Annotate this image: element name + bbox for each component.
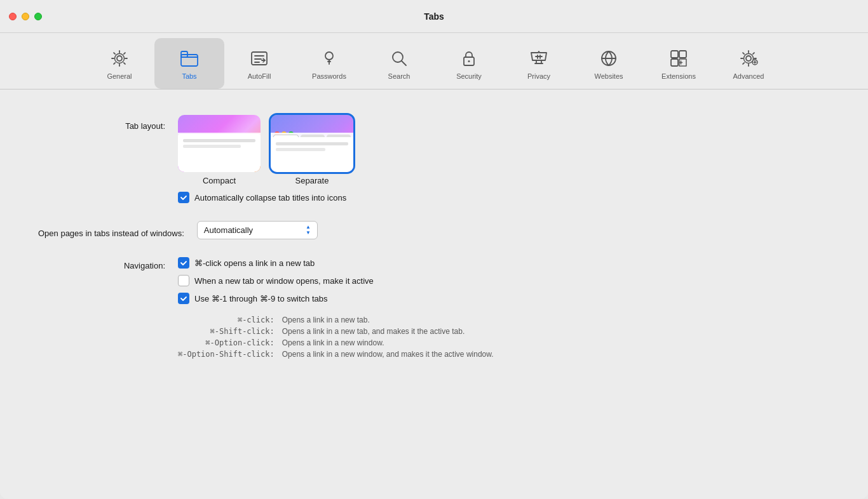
- maximize-button[interactable]: [34, 13, 42, 20]
- advanced-icon: [737, 47, 760, 70]
- cmd-click-row: ⌘-click opens a link in a new tab: [178, 257, 494, 269]
- separate-label: Separate: [295, 176, 329, 185]
- toolbar-search-label: Search: [388, 72, 410, 80]
- security-icon: [458, 47, 480, 70]
- toolbar-item-security[interactable]: Security: [434, 38, 504, 89]
- svg-point-15: [744, 54, 754, 63]
- cmd-click-label: ⌘-click opens a link in a new tab: [194, 258, 315, 268]
- separate-option[interactable]: Separate: [271, 115, 353, 185]
- toolbar-item-autofill[interactable]: AutoFill: [224, 38, 294, 89]
- window-title: Tabs: [424, 11, 444, 22]
- shortcut-key-3: ⌘-Option-Shift-click:: [178, 350, 275, 359]
- websites-icon: [597, 47, 620, 70]
- new-tab-active-label: When a new tab or window opens, make it …: [194, 276, 374, 286]
- shortcut-key-0: ⌘-click:: [178, 316, 275, 324]
- svg-point-0: [117, 56, 122, 61]
- toolbar: General Tabs Au: [0, 33, 868, 89]
- svg-rect-13: [671, 59, 678, 66]
- window: Tabs General Tabs: [0, 0, 868, 499]
- svg-point-1: [115, 54, 125, 63]
- arrow-down: ▼: [306, 230, 311, 236]
- tabs-icon: [178, 47, 201, 70]
- toolbar-passwords-label: Passwords: [312, 72, 346, 80]
- toolbar-item-extensions[interactable]: Extensions: [644, 38, 714, 89]
- navigation-controls: ⌘-click opens a link in a new tab When a…: [178, 257, 494, 359]
- svg-point-5: [325, 52, 333, 60]
- shortcut-desc-3: Opens a link in a new window, and makes …: [282, 350, 494, 359]
- toolbar-privacy-label: Privacy: [527, 72, 550, 80]
- toolbar-item-passwords[interactable]: Passwords: [294, 38, 364, 89]
- titlebar: Tabs: [0, 0, 868, 33]
- new-tab-active-checkbox[interactable]: [178, 275, 189, 286]
- navigation-label: Navigation:: [38, 257, 165, 270]
- svg-point-14: [746, 56, 751, 61]
- compact-option[interactable]: Compact: [178, 115, 261, 185]
- autofill-icon: [248, 47, 271, 70]
- open-pages-row: Open pages in tabs instead of windows: A…: [38, 221, 830, 239]
- svg-rect-11: [671, 51, 678, 58]
- navigation-row: Navigation: ⌘-click opens a link in a ne…: [38, 257, 830, 359]
- extensions-icon: [667, 47, 690, 70]
- compact-label: Compact: [203, 176, 236, 185]
- cmd-switch-row: Use ⌘-1 through ⌘-9 to switch tabs: [178, 293, 494, 304]
- shortcut-desc-1: Opens a link in a new tab, and makes it …: [282, 327, 494, 336]
- open-pages-dropdown[interactable]: Automatically ▲ ▼: [197, 221, 318, 239]
- toolbar-item-search[interactable]: Search: [364, 38, 434, 89]
- cmd-click-checkbox[interactable]: [178, 257, 189, 269]
- svg-rect-12: [679, 51, 686, 58]
- settings-section: Tab layout:: [38, 115, 830, 359]
- toolbar-item-general[interactable]: General: [85, 38, 154, 89]
- traffic-lights: [9, 13, 42, 20]
- shortcut-key-1: ⌘-Shift-click:: [178, 327, 275, 336]
- tab-layout-row: Tab layout:: [38, 115, 830, 203]
- toolbar-general-label: General: [107, 72, 132, 80]
- shortcut-desc-2: Opens a link in a new window.: [282, 338, 494, 347]
- dropdown-arrows: ▲ ▼: [306, 225, 311, 236]
- new-tab-active-row: When a new tab or window opens, make it …: [178, 275, 494, 286]
- tab-thumbnails: Compact: [178, 115, 353, 185]
- separate-content-area: [271, 137, 353, 172]
- toolbar-item-privacy[interactable]: Privacy: [504, 38, 574, 89]
- toolbar-item-websites[interactable]: Websites: [574, 38, 644, 89]
- toolbar-item-tabs[interactable]: Tabs: [154, 38, 224, 89]
- toolbar-security-label: Security: [456, 72, 482, 80]
- auto-collapse-label: Automatically collapse tab titles into i…: [194, 193, 346, 203]
- privacy-icon: [527, 47, 550, 70]
- separate-thumbnail: [271, 115, 353, 172]
- toolbar-advanced-label: Advanced: [733, 72, 764, 80]
- open-pages-value: Automatically: [204, 225, 301, 235]
- toolbar-extensions-label: Extensions: [661, 72, 696, 80]
- svg-rect-2: [181, 55, 198, 66]
- compact-content-area: [178, 134, 261, 172]
- tab-layout-label: Tab layout:: [38, 115, 165, 131]
- minimize-button[interactable]: [22, 13, 29, 20]
- svg-rect-4: [252, 52, 267, 65]
- auto-collapse-checkbox[interactable]: [178, 192, 189, 203]
- compact-thumbnail: [178, 115, 261, 172]
- shortcut-key-2: ⌘-Option-click:: [178, 338, 275, 347]
- cmd-switch-label: Use ⌘-1 through ⌘-9 to switch tabs: [194, 294, 328, 303]
- cmd-switch-checkbox[interactable]: [178, 293, 189, 304]
- open-pages-label: Open pages in tabs instead of windows:: [38, 222, 184, 238]
- shortcut-table: ⌘-click: Opens a link in a new tab. ⌘-Sh…: [178, 316, 494, 359]
- content-area: Tab layout:: [0, 90, 868, 499]
- toolbar-websites-label: Websites: [594, 72, 623, 80]
- svg-point-9: [468, 60, 470, 62]
- tab-layout-options: Compact: [178, 115, 353, 203]
- arrow-up: ▲: [306, 225, 311, 230]
- toolbar-autofill-label: AutoFill: [248, 72, 271, 80]
- toolbar-item-advanced[interactable]: Advanced: [714, 38, 783, 89]
- passwords-icon: [318, 47, 341, 70]
- svg-line-7: [402, 61, 406, 65]
- search-icon: [388, 47, 410, 70]
- gear-icon: [108, 47, 131, 70]
- toolbar-tabs-label: Tabs: [182, 72, 196, 80]
- close-button[interactable]: [9, 13, 17, 20]
- shortcut-desc-0: Opens a link in a new tab.: [282, 316, 494, 324]
- auto-collapse-row: Automatically collapse tab titles into i…: [178, 192, 353, 203]
